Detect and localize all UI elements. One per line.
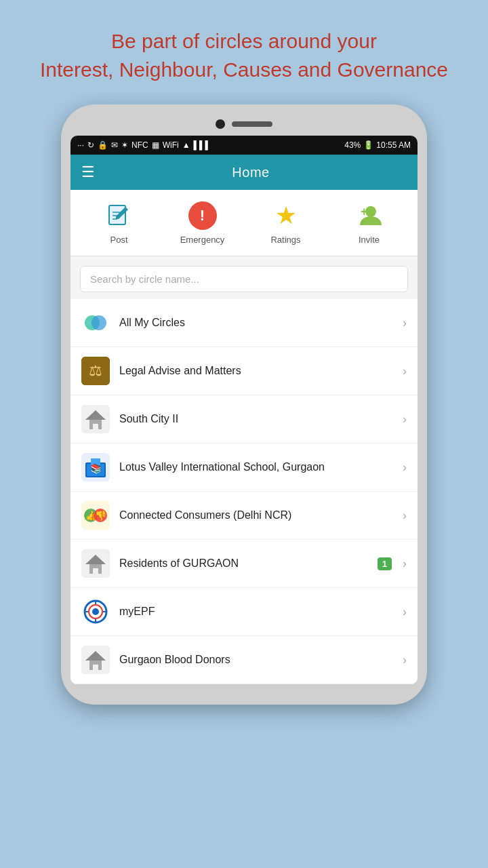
post-icon xyxy=(104,201,134,231)
list-item[interactable]: 📚 Lotus Valley International School, Gur… xyxy=(70,443,418,492)
circle-name: Residents of GURGAON xyxy=(119,557,378,571)
chevron-right-icon: › xyxy=(403,509,407,523)
ratings-label: Ratings xyxy=(270,235,300,245)
list-item[interactable]: 👍 👎 Connected Consumers (Delhi NCR) › xyxy=(70,492,418,540)
ratings-action[interactable]: ★ Ratings xyxy=(262,201,310,245)
invite-action[interactable]: + Invite xyxy=(346,201,393,245)
emergency-label: Emergency xyxy=(180,235,225,245)
svg-point-8 xyxy=(92,315,106,330)
consumers-icon: 👍 👎 xyxy=(81,501,110,530)
ratings-icon: ★ xyxy=(271,201,301,231)
circle-name: Legal Advise and Matters xyxy=(119,364,397,378)
chevron-right-icon: › xyxy=(403,557,407,571)
list-item[interactable]: Residents of GURGAON 1 › xyxy=(70,540,418,588)
all-circles-icon xyxy=(81,309,110,337)
status-bar: ··· ↻ 🔒 ✉ ✶ NFC ▦ WiFi ▲ ▌▌▌ 43% 🔋 10:55… xyxy=(70,136,418,155)
list-item[interactable]: South City II › xyxy=(70,395,418,443)
status-left-icons: ··· ↻ 🔒 ✉ ✶ NFC ▦ WiFi ▲ ▌▌▌ xyxy=(77,140,211,150)
legal-icon: ⚖ xyxy=(81,357,110,385)
residents-house-icon xyxy=(81,549,110,578)
phone-speaker xyxy=(232,121,272,127)
chevron-right-icon: › xyxy=(403,412,407,427)
svg-rect-14 xyxy=(93,424,98,429)
list-item[interactable]: All My Circles › xyxy=(70,299,418,347)
list-item[interactable]: Gurgaon Blood Donors › xyxy=(70,636,418,684)
post-action[interactable]: Post xyxy=(96,201,143,245)
headline: Be part of circles around your Interest,… xyxy=(20,27,468,84)
blood-donors-icon xyxy=(81,646,110,674)
phone-camera xyxy=(216,119,225,129)
chevron-right-icon: › xyxy=(403,653,407,667)
svg-rect-40 xyxy=(93,665,98,670)
chevron-right-icon: › xyxy=(403,460,407,475)
list-item[interactable]: myEPF › xyxy=(70,588,418,636)
emergency-action[interactable]: ! Emergency xyxy=(179,201,226,245)
nav-bar: ☰ Home xyxy=(70,155,418,190)
circle-name: South City II xyxy=(119,412,397,427)
search-placeholder: Search by circle name... xyxy=(90,273,199,285)
nav-title: Home xyxy=(95,165,407,180)
circle-name: All My Circles xyxy=(119,316,397,330)
phone-screen: ··· ↻ 🔒 ✉ ✶ NFC ▦ WiFi ▲ ▌▌▌ 43% 🔋 10:55… xyxy=(70,136,418,684)
chevron-right-icon: › xyxy=(403,605,407,619)
invite-icon: + xyxy=(354,201,384,231)
svg-rect-28 xyxy=(93,568,98,574)
circle-name: Lotus Valley International School, Gurga… xyxy=(119,460,397,475)
notification-badge: 1 xyxy=(378,557,392,570)
chevron-right-icon: › xyxy=(403,316,407,330)
school-icon: 📚 xyxy=(81,453,110,481)
action-bar: Post ! Emergency ★ Ratings xyxy=(70,190,418,256)
svg-text:⚖: ⚖ xyxy=(89,362,102,379)
circle-name: myEPF xyxy=(119,605,397,619)
search-bar[interactable]: Search by circle name... xyxy=(80,266,408,292)
post-label: Post xyxy=(110,235,127,245)
emergency-icon: ! xyxy=(188,201,218,231)
chevron-right-icon: › xyxy=(403,364,407,378)
svg-text:👎: 👎 xyxy=(95,510,107,521)
invite-label: Invite xyxy=(359,235,380,245)
phone-top-bar xyxy=(70,117,418,132)
hamburger-menu[interactable]: ☰ xyxy=(81,163,95,181)
circle-list: All My Circles › ⚖ Legal Advise and Matt… xyxy=(70,299,418,684)
svg-text:+: + xyxy=(361,205,368,218)
svg-point-32 xyxy=(92,608,99,615)
status-right-info: 43% 🔋 10:55 AM xyxy=(344,140,411,150)
phone-frame: ··· ↻ 🔒 ✉ ✶ NFC ▦ WiFi ▲ ▌▌▌ 43% 🔋 10:55… xyxy=(61,104,427,705)
svg-text:📚: 📚 xyxy=(90,463,102,475)
epf-icon xyxy=(81,597,110,626)
circle-name: Gurgaon Blood Donors xyxy=(119,653,397,667)
list-item[interactable]: ⚖ Legal Advise and Matters › xyxy=(70,347,418,395)
house-icon xyxy=(81,405,110,433)
circle-name: Connected Consumers (Delhi NCR) xyxy=(119,509,397,523)
